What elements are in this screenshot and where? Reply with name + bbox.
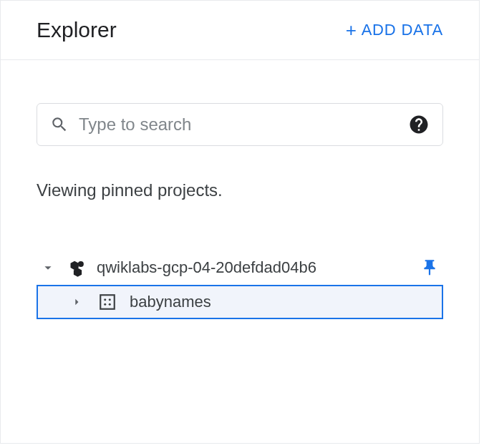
search-input[interactable]	[79, 115, 398, 135]
project-row[interactable]: qwiklabs-gcp-04-20defdad04b6	[37, 250, 443, 285]
search-icon	[50, 115, 69, 134]
dataset-name: babynames	[130, 293, 211, 311]
svg-point-3	[109, 298, 111, 301]
explorer-content: Viewing pinned projects. qwiklabs-gcp-04…	[1, 60, 479, 319]
collapse-icon[interactable]	[39, 259, 57, 276]
explorer-header: Explorer + ADD DATA	[1, 1, 479, 60]
panel-title: Explorer	[37, 18, 117, 42]
project-icon	[65, 257, 87, 278]
add-data-label: ADD DATA	[362, 21, 443, 39]
svg-point-5	[109, 303, 111, 306]
search-row	[37, 103, 443, 146]
search-box[interactable]	[37, 103, 443, 146]
help-icon[interactable]	[408, 114, 430, 135]
status-text: Viewing pinned projects.	[37, 180, 443, 200]
pin-icon[interactable]	[420, 258, 439, 277]
explorer-panel: Explorer + ADD DATA Viewing pinned proje…	[0, 0, 480, 444]
svg-point-4	[104, 303, 106, 306]
dataset-icon	[98, 293, 117, 311]
plus-icon: +	[346, 21, 357, 39]
svg-rect-1	[100, 295, 115, 309]
svg-point-2	[104, 298, 106, 301]
svg-point-0	[78, 261, 84, 267]
resource-tree: qwiklabs-gcp-04-20defdad04b6	[37, 250, 443, 319]
dataset-row[interactable]: babynames	[37, 285, 443, 319]
add-data-button[interactable]: + ADD DATA	[346, 21, 443, 39]
project-name: qwiklabs-gcp-04-20defdad04b6	[97, 258, 420, 277]
expand-icon[interactable]	[68, 293, 85, 311]
